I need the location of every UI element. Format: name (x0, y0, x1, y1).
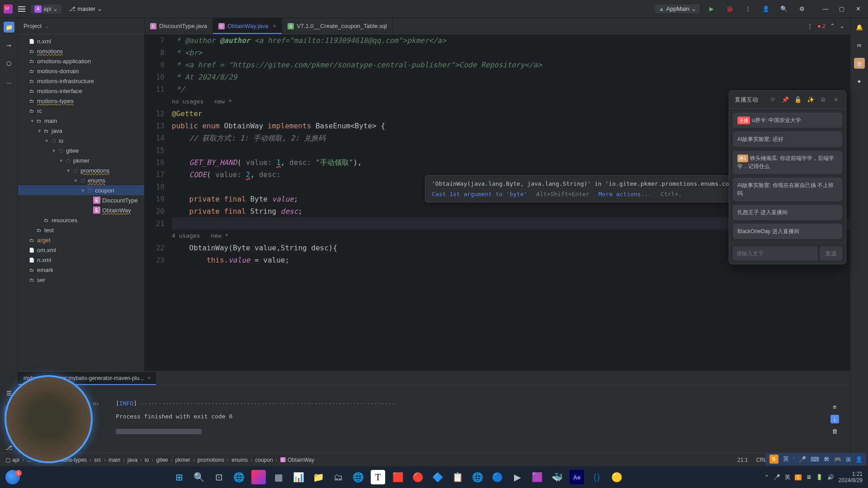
tree-item[interactable]: 📄om.xml (18, 245, 144, 255)
ime-keyboard-icon[interactable]: ⌨ (811, 456, 819, 463)
tray-mic-icon[interactable]: 🎤 (774, 474, 780, 480)
tree-item[interactable]: EDiscountType (18, 195, 144, 205)
more-actions-icon[interactable]: ⋮ (741, 3, 754, 15)
live-chat-panel[interactable]: 直播互动 ⟳ 📌 🔓 ✨ ⚙ ✕ 主播u胖卡: 中国农业大学AI故事实验室: 还… (729, 90, 846, 264)
intellij-icon-2[interactable]: 🟪 (528, 468, 546, 486)
breadcrumb-item[interactable]: java (127, 457, 137, 463)
tray-sogou-icon[interactable]: S (795, 474, 802, 480)
more-actions-link[interactable]: More actions... (599, 191, 651, 197)
docker-icon[interactable]: 🐳 (548, 468, 566, 486)
maven-tool-icon[interactable]: m (854, 40, 865, 51)
tree-item[interactable]: ▾▢pkmer (18, 155, 144, 165)
app-icon[interactable]: 🗂 (329, 468, 347, 486)
chrome-icon[interactable]: 🌐 (468, 468, 486, 486)
collab-icon[interactable]: 👤 (760, 3, 772, 15)
tree-item[interactable]: 📄n.xml (18, 255, 144, 265)
tree-item[interactable]: ▾▢io (18, 136, 144, 145)
ime-lang[interactable]: 英 (783, 455, 789, 463)
breadcrumb-item[interactable]: E ObtainWay (280, 457, 315, 463)
tree-item[interactable]: 🗀test (18, 225, 144, 235)
editor-tab[interactable]: EDiscountType.java (145, 18, 213, 34)
ai-tool-icon[interactable]: ✦ (854, 76, 865, 87)
editor-tab[interactable]: EObtainWay.java× (213, 18, 282, 34)
tree-item[interactable]: ▾▢enums (18, 175, 144, 185)
close-icon[interactable]: × (147, 375, 151, 381)
tree-item[interactable]: ▾🗀main (18, 116, 144, 126)
ime-tools-icon[interactable]: 🛠 (824, 456, 830, 463)
tray-battery-icon[interactable]: 🔋 (816, 474, 823, 480)
tree-item[interactable]: 🗀omotions-application (18, 56, 144, 66)
breadcrumb-item[interactable]: enums (231, 457, 248, 463)
breadcrumb-item[interactable]: promotions (198, 457, 224, 463)
quick-fix-action[interactable]: Cast 1st argument to 'byte' (432, 191, 527, 197)
tree-item[interactable]: 📄n.xml (18, 36, 144, 46)
sparkle-icon[interactable]: ✨ (806, 95, 815, 104)
ae-icon[interactable]: Ae (570, 470, 584, 484)
tree-item[interactable]: 🗀motions-infrastructure (18, 76, 144, 86)
vcs-branch[interactable]: ⎇ master ⌄ (65, 5, 106, 13)
search-icon[interactable]: 🔍 (778, 3, 790, 15)
quick-fix-popup[interactable]: 'ObtainWay(java.lang.Byte, java.lang.Str… (425, 175, 757, 202)
browser-icon[interactable]: 🌐 (349, 468, 367, 486)
app-icon[interactable]: 🟥 (389, 468, 407, 486)
close-icon[interactable]: × (273, 23, 277, 29)
tree-item[interactable]: EObtainWay (18, 205, 144, 215)
ime-mic-icon[interactable]: 🎤 (799, 456, 806, 463)
breadcrumb-item[interactable]: io (145, 457, 149, 463)
tree-item[interactable]: 🗀emark (18, 265, 144, 275)
close-button[interactable]: ✕ (852, 3, 864, 15)
app-icon[interactable]: 📊 (289, 468, 307, 486)
task-view-button[interactable]: ⊡ (210, 468, 228, 486)
clear-icon[interactable]: 🗑 (832, 428, 838, 435)
run-button[interactable]: ▶ (705, 3, 718, 15)
chat-messages[interactable]: 主播u胖卡: 中国农业大学AI故事实验室: 还好榜1铁头锤南瓜: 你这前端学学，… (729, 109, 846, 243)
breadcrumb-item[interactable]: gitee (156, 457, 168, 463)
webcam-avatar[interactable] (5, 375, 93, 463)
breadcrumb-item[interactable]: main (108, 457, 120, 463)
app-icon[interactable]: 🟡 (608, 468, 626, 486)
tree-item[interactable]: 🗀arget (18, 235, 144, 245)
breadcrumb-root[interactable]: ▢ api (5, 457, 19, 463)
refresh-icon[interactable]: ⟳ (768, 95, 777, 104)
media-icon[interactable]: ▶ (508, 468, 526, 486)
debug-button[interactable]: 🐞 (723, 3, 736, 15)
structure-tool-icon[interactable]: ⬡ (4, 58, 14, 69)
chat-input[interactable] (733, 247, 818, 260)
breadcrumb-item[interactable]: coupon (255, 457, 273, 463)
caret-position[interactable]: 21:1 (737, 457, 748, 463)
database-tool-icon[interactable]: ▦ (854, 58, 865, 69)
pin-icon[interactable]: 📌 (781, 95, 790, 104)
tree-item[interactable]: 🗀resources (18, 215, 144, 225)
app-icon[interactable]: 🔵 (488, 468, 506, 486)
sogou-icon[interactable]: S (769, 455, 778, 464)
tree-item[interactable]: 🗀motions-interface (18, 86, 144, 96)
tree-item[interactable]: 🗀romotions (18, 46, 144, 56)
obsidian-icon[interactable]: 🔷 (429, 468, 447, 486)
tray-monitor-icon[interactable]: 🖥 (806, 474, 811, 480)
ime-game-icon[interactable]: 🎮 (834, 456, 841, 463)
tray-chevron-icon[interactable]: ⌃ (764, 474, 769, 480)
breadcrumb-item[interactable]: pkmer (175, 457, 190, 463)
ime-user-icon[interactable]: 👤 (855, 456, 863, 463)
main-menu-icon[interactable] (16, 4, 27, 14)
start-button[interactable]: ⊞ (170, 468, 188, 486)
edge-icon[interactable]: 🌐 (230, 468, 248, 486)
run-toolbar[interactable]: ⋮ (18, 385, 850, 396)
error-indicator[interactable]: ● 2 (817, 23, 826, 29)
ime-punct-icon[interactable]: ' (793, 456, 794, 463)
explorer-icon[interactable]: 📁 (309, 468, 327, 486)
tree-item[interactable]: ▾▢promotions (18, 165, 144, 175)
app-icon[interactable]: 📋 (448, 468, 467, 486)
tray-volume-icon[interactable]: 🔊 (827, 474, 834, 480)
editor-tab[interactable]: SV7.1.0__Create_coupon_Table.sql (282, 18, 392, 34)
app-icon[interactable]: ▦ (269, 468, 288, 486)
chat-send-button[interactable]: 发送 (820, 247, 842, 260)
breadcrumb-item[interactable]: src (94, 457, 101, 463)
search-button[interactable]: 🔍 (190, 468, 208, 486)
project-tool-icon[interactable]: 📁 (4, 22, 14, 33)
console-output[interactable]: [INFO] ---------------------------------… (116, 400, 827, 449)
nav-up-icon[interactable]: ⌃ (830, 23, 835, 29)
soft-wrap-icon[interactable]: ≡ (833, 404, 837, 410)
vscode-icon[interactable]: ⟨⟩ (588, 468, 606, 486)
weather-widget[interactable]: 1 (5, 470, 20, 484)
